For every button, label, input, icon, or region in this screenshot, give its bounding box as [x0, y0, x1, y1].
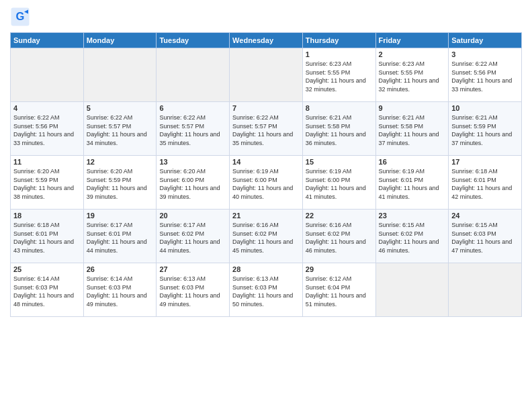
calendar-week-row: 1Sunrise: 6:23 AM Sunset: 5:55 PM Daylig…: [11, 48, 522, 102]
header-day-tuesday: Tuesday: [157, 33, 230, 48]
day-number: 21: [232, 212, 300, 220]
calendar-cell: 28Sunrise: 6:13 AM Sunset: 6:03 PM Dayli…: [230, 263, 303, 317]
day-number: 25: [13, 265, 81, 273]
day-number: 10: [451, 104, 519, 112]
calendar-week-row: 4Sunrise: 6:22 AM Sunset: 5:56 PM Daylig…: [11, 102, 522, 156]
calendar-cell: 10Sunrise: 6:21 AM Sunset: 5:59 PM Dayli…: [449, 102, 522, 156]
day-number: 15: [306, 158, 373, 166]
day-number: 20: [159, 212, 226, 220]
calendar-cell: 20Sunrise: 6:17 AM Sunset: 6:02 PM Dayli…: [157, 210, 230, 263]
day-info: Sunrise: 6:23 AM Sunset: 5:55 PM Dayligh…: [379, 60, 446, 93]
calendar-cell: 24Sunrise: 6:15 AM Sunset: 6:03 PM Dayli…: [449, 210, 522, 263]
day-number: 14: [232, 158, 300, 166]
calendar-cell: [83, 48, 157, 102]
calendar-header-row: SundayMondayTuesdayWednesdayThursdayFrid…: [11, 33, 522, 48]
day-number: 13: [159, 158, 226, 166]
day-number: 11: [13, 158, 81, 166]
day-number: 27: [159, 265, 226, 273]
day-info: Sunrise: 6:22 AM Sunset: 5:56 PM Dayligh…: [13, 113, 81, 147]
calendar-cell: 21Sunrise: 6:16 AM Sunset: 6:02 PM Dayli…: [230, 210, 303, 263]
calendar-week-row: 25Sunrise: 6:14 AM Sunset: 6:03 PM Dayli…: [11, 263, 522, 317]
calendar-cell: 11Sunrise: 6:20 AM Sunset: 5:59 PM Dayli…: [11, 156, 84, 210]
calendar-cell: 15Sunrise: 6:19 AM Sunset: 6:00 PM Dayli…: [302, 156, 375, 210]
day-number: 22: [306, 212, 373, 220]
day-number: 7: [232, 104, 300, 112]
day-number: 23: [379, 212, 446, 220]
calendar-week-row: 18Sunrise: 6:18 AM Sunset: 6:01 PM Dayli…: [11, 210, 522, 263]
header-day-sunday: Sunday: [11, 33, 84, 48]
day-number: 6: [159, 104, 226, 112]
calendar-cell: [157, 48, 230, 102]
day-info: Sunrise: 6:19 AM Sunset: 6:00 PM Dayligh…: [306, 167, 373, 201]
day-info: Sunrise: 6:15 AM Sunset: 6:03 PM Dayligh…: [451, 221, 519, 255]
calendar-cell: 4Sunrise: 6:22 AM Sunset: 5:56 PM Daylig…: [11, 102, 84, 156]
day-info: Sunrise: 6:20 AM Sunset: 5:59 PM Dayligh…: [87, 167, 154, 201]
calendar-cell: 8Sunrise: 6:21 AM Sunset: 5:58 PM Daylig…: [302, 102, 375, 156]
day-info: Sunrise: 6:23 AM Sunset: 5:55 PM Dayligh…: [306, 60, 373, 93]
logo-icon: G: [10, 7, 30, 27]
day-info: Sunrise: 6:12 AM Sunset: 6:04 PM Dayligh…: [306, 275, 373, 308]
calendar-cell: 2Sunrise: 6:23 AM Sunset: 5:55 PM Daylig…: [375, 48, 449, 102]
day-info: Sunrise: 6:15 AM Sunset: 6:02 PM Dayligh…: [379, 221, 446, 255]
day-info: Sunrise: 6:19 AM Sunset: 6:00 PM Dayligh…: [232, 167, 300, 201]
day-number: 1: [306, 50, 373, 58]
day-info: Sunrise: 6:22 AM Sunset: 5:57 PM Dayligh…: [232, 113, 300, 147]
header-day-saturday: Saturday: [449, 33, 522, 48]
day-number: 5: [87, 104, 154, 112]
calendar-week-row: 11Sunrise: 6:20 AM Sunset: 5:59 PM Dayli…: [11, 156, 522, 210]
day-number: 16: [379, 158, 446, 166]
logo: G: [10, 7, 32, 27]
calendar-cell: 13Sunrise: 6:20 AM Sunset: 6:00 PM Dayli…: [157, 156, 230, 210]
calendar-cell: 7Sunrise: 6:22 AM Sunset: 5:57 PM Daylig…: [230, 102, 303, 156]
calendar-cell: [449, 263, 522, 317]
calendar-cell: [11, 48, 84, 102]
day-info: Sunrise: 6:17 AM Sunset: 6:01 PM Dayligh…: [87, 221, 154, 255]
day-info: Sunrise: 6:22 AM Sunset: 5:57 PM Dayligh…: [87, 113, 154, 147]
day-number: 4: [13, 104, 81, 112]
day-number: 12: [87, 158, 154, 166]
calendar-cell: 12Sunrise: 6:20 AM Sunset: 5:59 PM Dayli…: [83, 156, 157, 210]
day-info: Sunrise: 6:13 AM Sunset: 6:03 PM Dayligh…: [232, 275, 300, 308]
day-info: Sunrise: 6:22 AM Sunset: 5:57 PM Dayligh…: [159, 113, 226, 147]
header: G: [10, 7, 522, 27]
svg-text:G: G: [16, 10, 25, 22]
page: G SundayMondayTuesdayWednesdayThursdayFr…: [0, 0, 532, 411]
day-info: Sunrise: 6:21 AM Sunset: 5:58 PM Dayligh…: [379, 113, 446, 147]
calendar-cell: [375, 263, 449, 317]
calendar-cell: 17Sunrise: 6:18 AM Sunset: 6:01 PM Dayli…: [449, 156, 522, 210]
day-info: Sunrise: 6:21 AM Sunset: 5:59 PM Dayligh…: [451, 113, 519, 147]
day-number: 3: [451, 50, 519, 58]
calendar-cell: 6Sunrise: 6:22 AM Sunset: 5:57 PM Daylig…: [157, 102, 230, 156]
calendar-cell: 19Sunrise: 6:17 AM Sunset: 6:01 PM Dayli…: [83, 210, 157, 263]
day-number: 17: [451, 158, 519, 166]
header-day-monday: Monday: [83, 33, 157, 48]
calendar-cell: 3Sunrise: 6:22 AM Sunset: 5:56 PM Daylig…: [449, 48, 522, 102]
day-number: 18: [13, 212, 81, 220]
day-info: Sunrise: 6:17 AM Sunset: 6:02 PM Dayligh…: [159, 221, 226, 255]
header-day-thursday: Thursday: [302, 33, 375, 48]
day-info: Sunrise: 6:16 AM Sunset: 6:02 PM Dayligh…: [232, 221, 300, 255]
calendar-cell: 5Sunrise: 6:22 AM Sunset: 5:57 PM Daylig…: [83, 102, 157, 156]
calendar-cell: 29Sunrise: 6:12 AM Sunset: 6:04 PM Dayli…: [302, 263, 375, 317]
calendar-cell: 22Sunrise: 6:16 AM Sunset: 6:02 PM Dayli…: [302, 210, 375, 263]
day-number: 26: [87, 265, 154, 273]
calendar-cell: 26Sunrise: 6:14 AM Sunset: 6:03 PM Dayli…: [83, 263, 157, 317]
day-number: 2: [379, 50, 446, 58]
day-info: Sunrise: 6:19 AM Sunset: 6:01 PM Dayligh…: [379, 167, 446, 201]
day-number: 24: [451, 212, 519, 220]
day-info: Sunrise: 6:18 AM Sunset: 6:01 PM Dayligh…: [13, 221, 81, 255]
calendar-cell: 9Sunrise: 6:21 AM Sunset: 5:58 PM Daylig…: [375, 102, 449, 156]
day-info: Sunrise: 6:20 AM Sunset: 5:59 PM Dayligh…: [13, 167, 81, 201]
day-info: Sunrise: 6:16 AM Sunset: 6:02 PM Dayligh…: [306, 221, 373, 255]
calendar-cell: 14Sunrise: 6:19 AM Sunset: 6:00 PM Dayli…: [230, 156, 303, 210]
calendar-cell: 25Sunrise: 6:14 AM Sunset: 6:03 PM Dayli…: [11, 263, 84, 317]
day-info: Sunrise: 6:13 AM Sunset: 6:03 PM Dayligh…: [159, 275, 226, 308]
calendar-cell: 23Sunrise: 6:15 AM Sunset: 6:02 PM Dayli…: [375, 210, 449, 263]
header-day-wednesday: Wednesday: [230, 33, 303, 48]
calendar-cell: 27Sunrise: 6:13 AM Sunset: 6:03 PM Dayli…: [157, 263, 230, 317]
day-info: Sunrise: 6:20 AM Sunset: 6:00 PM Dayligh…: [159, 167, 226, 201]
header-day-friday: Friday: [375, 33, 449, 48]
calendar-cell: 18Sunrise: 6:18 AM Sunset: 6:01 PM Dayli…: [11, 210, 84, 263]
calendar-cell: 1Sunrise: 6:23 AM Sunset: 5:55 PM Daylig…: [302, 48, 375, 102]
day-info: Sunrise: 6:21 AM Sunset: 5:58 PM Dayligh…: [306, 113, 373, 147]
